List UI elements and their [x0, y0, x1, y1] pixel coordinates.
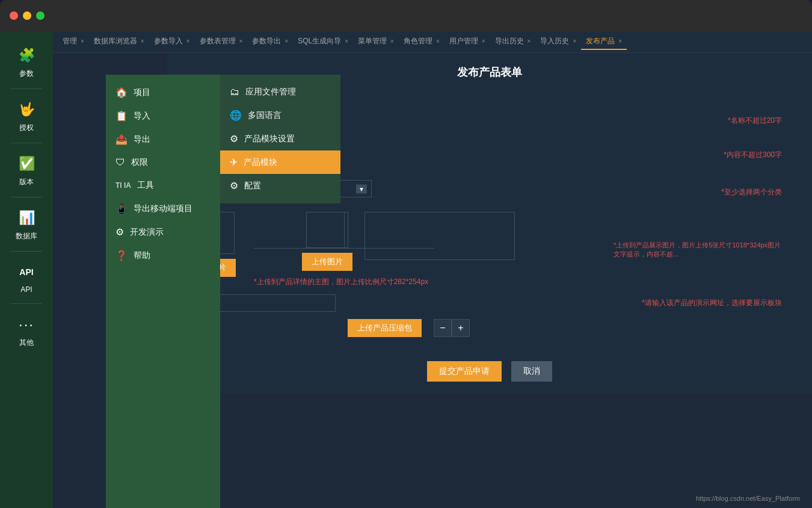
- tab-param-table-close[interactable]: ×: [239, 38, 243, 45]
- tab-sql-wizard-close[interactable]: ×: [345, 38, 348, 45]
- sidebar-item-version[interactable]: ✅ 版本: [0, 146, 53, 194]
- counter-group: − +: [434, 319, 470, 337]
- sidebar-divider-3: [11, 197, 43, 197]
- version-icon: ✅: [16, 153, 37, 175]
- database-icon: 📊: [16, 207, 37, 229]
- sidebar-label-other: 其他: [19, 338, 34, 348]
- upload-zip-btn[interactable]: 上传产品压缩包: [348, 319, 422, 337]
- left-nav-item-mobile-export[interactable]: 📱 导出移动端项目: [106, 197, 220, 220]
- tab-publish-product-close[interactable]: ×: [618, 38, 622, 45]
- tab-user-manage-close[interactable]: ×: [482, 38, 485, 45]
- submenu-label-product-module: 产品模块: [244, 157, 277, 168]
- counter-decrement-btn[interactable]: −: [434, 319, 452, 337]
- sidebar-item-database[interactable]: 📊 数据库: [0, 200, 53, 249]
- left-nav-item-project[interactable]: 🏠 项目: [106, 81, 220, 104]
- tab-param-table[interactable]: 参数表管理 ×: [195, 34, 248, 50]
- left-nav-item-tools[interactable]: TI IA 工具: [106, 174, 220, 197]
- left-nav-item-dev-demo[interactable]: ⚙ 开发演示: [106, 220, 220, 244]
- tab-sql-wizard[interactable]: SQL生成向导 ×: [293, 34, 353, 50]
- left-nav-label-export: 导出: [134, 134, 150, 145]
- tab-sql-wizard-label: SQL生成向导: [298, 36, 341, 46]
- tab-db-browser-close[interactable]: ×: [141, 38, 144, 45]
- project-icon: 🏠: [115, 87, 128, 98]
- tab-param-import[interactable]: 参数导入 ×: [149, 34, 195, 50]
- help-icon: ❓: [115, 250, 128, 261]
- left-nav-label-permissions: 权限: [131, 157, 148, 168]
- sidebar-item-params[interactable]: 🧩 参数: [0, 37, 53, 86]
- image-upload-section: 上传图片 上传图片: [185, 212, 794, 287]
- tab-import-history-label: 导入历史: [540, 36, 569, 46]
- traffic-light-yellow[interactable]: [23, 11, 31, 20]
- submenu-item-multilang[interactable]: 🌐 多国语言: [220, 104, 340, 127]
- app-files-icon: 🗂: [230, 87, 239, 98]
- traffic-light-red[interactable]: [10, 11, 18, 20]
- cancel-btn[interactable]: 取消: [511, 361, 552, 382]
- left-nav-label-project: 项目: [134, 87, 150, 98]
- sidebar-item-auth[interactable]: 🤟 授权: [0, 91, 53, 140]
- tab-user-manage[interactable]: 用户管理 ×: [444, 34, 490, 50]
- submenu-item-product-module[interactable]: ✈ 产品模块: [220, 150, 340, 174]
- left-nav-item-import[interactable]: 📋 导入: [106, 104, 220, 128]
- sidebar-item-api[interactable]: API API: [0, 254, 53, 301]
- sidebar-divider-5: [11, 303, 43, 304]
- upload-secondary-image-btn[interactable]: 上传图片: [302, 253, 352, 271]
- other-icon: ···: [16, 314, 37, 335]
- left-nav-item-export[interactable]: 📤 导出: [106, 128, 220, 151]
- sidebar-item-other[interactable]: ··· 其他: [0, 306, 53, 355]
- tab-menu-manage[interactable]: 菜单管理 ×: [353, 34, 399, 50]
- tab-role-manage[interactable]: 角色管理 ×: [399, 34, 444, 50]
- tab-db-browser-label: 数据库浏览器: [94, 36, 137, 46]
- submenu-label-product-module-settings: 产品模块设置: [244, 134, 295, 144]
- display-image-group: [364, 212, 515, 260]
- import-icon: 📋: [115, 110, 128, 122]
- tab-publish-product-label: 发布产品: [586, 36, 615, 46]
- submit-btn[interactable]: 提交产品申请: [427, 361, 502, 382]
- desc-validation: *内容不超过300字: [724, 150, 794, 160]
- sidebar-label-database: 数据库: [16, 231, 37, 241]
- left-nav-item-permissions[interactable]: 🛡 权限: [106, 151, 220, 174]
- url-validation: *请输入该产品的演示网址，选择要展示板块: [642, 298, 794, 308]
- product-module-icon: ✈: [230, 156, 238, 168]
- display-image-textarea[interactable]: [364, 212, 515, 260]
- zip-row: 上传产品压缩包 − +: [185, 319, 794, 337]
- left-nav-label-dev-demo: 开发演示: [130, 227, 164, 238]
- app-container: 🧩 参数 🤟 授权 ✅ 版本 📊 数据库 API API ··· 其他: [0, 31, 812, 508]
- image-display-validation: *上传到产品展示图片，图片上传5张尺寸1018*324px图片文字提示，内容不超…: [614, 241, 794, 259]
- submenu-item-app-files[interactable]: 🗂 应用文件管理: [220, 81, 340, 104]
- tab-db-browser[interactable]: 数据库浏览器 ×: [89, 34, 149, 50]
- tab-menu-manage-close[interactable]: ×: [390, 38, 394, 45]
- tab-param-export-close[interactable]: ×: [285, 38, 288, 45]
- sidebar-divider-4: [11, 251, 43, 252]
- left-nav-panel: 🏠 项目 📋 导入 📤 导出 🛡 权限 TI IA 工具: [106, 75, 220, 508]
- submenu-panel: 🗂 应用文件管理 🌐 多国语言 ⚙ 产品模块设置 ✈ 产品模块 ⚙ 配置: [220, 75, 340, 203]
- sidebar-label-params: 参数: [19, 69, 34, 79]
- traffic-light-green[interactable]: [36, 11, 45, 20]
- tab-param-import-close[interactable]: ×: [186, 38, 190, 45]
- tab-manage-close[interactable]: ×: [81, 38, 84, 45]
- footer-url: https://blog.csdn.net/Easy_Platform: [696, 495, 800, 502]
- mobile-export-icon: 📱: [115, 203, 128, 214]
- tab-param-export[interactable]: 参数导出 ×: [247, 34, 293, 50]
- section-validation: *至少选择两个分类: [721, 187, 794, 197]
- left-nav-item-help[interactable]: ❓ 帮助: [106, 244, 220, 267]
- multilang-icon: 🌐: [230, 110, 242, 121]
- tab-manage[interactable]: 管理 ×: [58, 34, 89, 50]
- tab-import-history[interactable]: 导入历史 ×: [535, 34, 581, 50]
- export-icon: 📤: [115, 134, 128, 145]
- submenu-item-product-module-settings[interactable]: ⚙ 产品模块设置: [220, 127, 340, 150]
- tab-export-history-close[interactable]: ×: [527, 38, 531, 45]
- tab-export-history[interactable]: 导出历史 ×: [490, 34, 536, 50]
- dev-demo-icon: ⚙: [115, 226, 124, 238]
- tab-param-table-label: 参数表管理: [200, 36, 236, 46]
- tab-import-history-close[interactable]: ×: [573, 38, 576, 45]
- sidebar: 🧩 参数 🤟 授权 ✅ 版本 📊 数据库 API API ··· 其他: [0, 31, 53, 508]
- sidebar-label-auth: 授权: [19, 123, 34, 133]
- counter-increment-btn[interactable]: +: [452, 319, 470, 337]
- submenu-item-config[interactable]: ⚙ 配置: [220, 174, 340, 197]
- tab-manage-label: 管理: [63, 36, 77, 46]
- tab-role-manage-label: 角色管理: [404, 36, 432, 46]
- tab-role-manage-close[interactable]: ×: [436, 38, 440, 45]
- right-image-row: 上传图片: [302, 212, 515, 271]
- sidebar-label-version: 版本: [19, 177, 34, 187]
- tab-publish-product[interactable]: 发布产品 ×: [581, 34, 627, 50]
